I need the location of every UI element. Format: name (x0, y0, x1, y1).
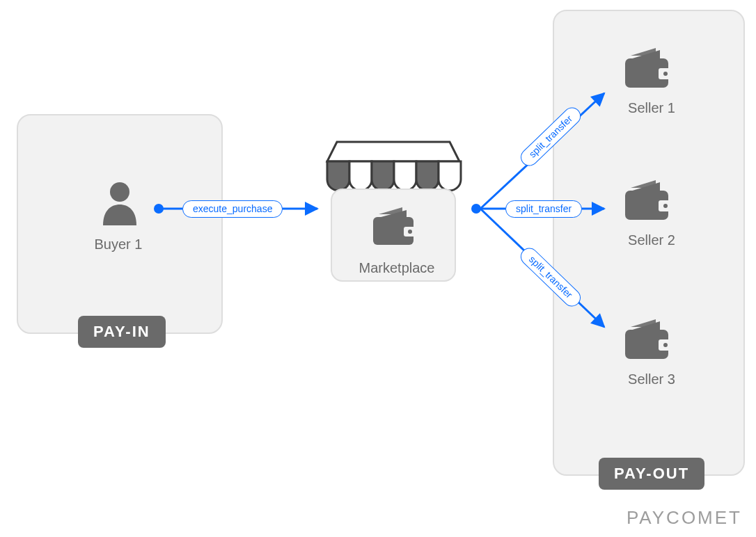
svg-point-16 (471, 204, 481, 214)
svg-point-14 (154, 204, 164, 214)
edge-execute-purchase: execute_purchase (182, 200, 283, 218)
brand-watermark: PAYCOMET (627, 507, 742, 529)
flow-arrows (0, 0, 756, 537)
edge-split-transfer-2: split_transfer (505, 200, 582, 218)
